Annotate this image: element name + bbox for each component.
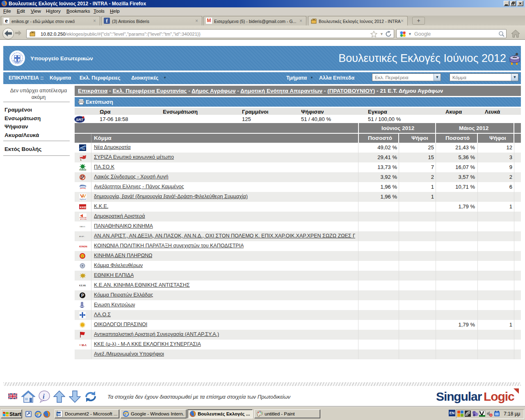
svg-text:ΑΡΙΣΤΕΡΑ: ΑΡΙΣΤΕΡΑ — [80, 219, 87, 220]
svg-text:ΑΝΕΞ: ΑΝΕΞ — [80, 185, 84, 186]
svg-text:e: e — [124, 412, 126, 416]
svg-text:ΑΝ ΔΡ...: ΑΝ ΔΡ... — [79, 235, 85, 237]
svg-text:δημξανά!: δημξανά! — [80, 198, 86, 200]
svg-text:e: e — [37, 412, 39, 417]
svg-text:KKE: KKE — [80, 205, 87, 209]
svg-text:ΝΔ: ΝΔ — [82, 148, 85, 150]
svg-text:W: W — [57, 412, 61, 416]
svg-text:ΠΑΣΟΚ: ΠΑΣΟΚ — [80, 169, 87, 171]
svg-text:Μ-Λ: Μ-Λ — [82, 344, 87, 347]
svg-text:P: P — [81, 293, 84, 298]
svg-text:Κ.Ε.ΑΝ.: Κ.Ε.ΑΝ. — [79, 285, 86, 287]
svg-text:ΚΟΙΝΩΝΙΑ: ΚΟΙΝΩΝΙΑ — [79, 246, 87, 248]
svg-text:SRT: SRT — [76, 118, 84, 122]
svg-text:i: i — [43, 393, 45, 400]
svg-text:ΠΑΝ.ΚΙ.: ΠΑΝ.ΚΙ. — [80, 226, 85, 228]
svg-text:✷: ✷ — [79, 344, 81, 346]
